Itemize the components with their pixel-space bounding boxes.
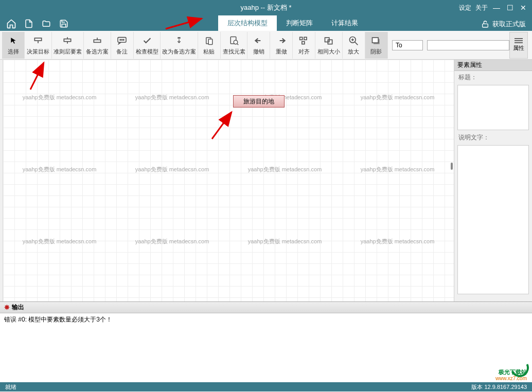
shadow-tool[interactable]: 阴影 — [365, 32, 388, 59]
search-icon — [229, 34, 239, 47]
tab-judgment[interactable]: 判断矩阵 — [277, 15, 322, 31]
check-model-tool[interactable]: 检查模型 — [134, 32, 161, 59]
statusbar: 就绪 版本 12.9.8167.29143 — [0, 382, 532, 391]
undo-icon — [254, 34, 264, 47]
svg-point-10 — [121, 40, 122, 41]
goal-node[interactable]: 旅游目的地 — [233, 95, 285, 108]
watermark: yaahp免费版 metadecsn.com — [135, 238, 209, 245]
down-arrow-icon — [175, 34, 183, 47]
watermark: yaahp免费版 metadecsn.com — [23, 238, 97, 245]
status-text: 就绪 — [5, 383, 16, 391]
output-body[interactable]: 错误 #0: 模型中要素数量必须大于3个！ — [0, 313, 532, 382]
shadow-icon — [371, 34, 381, 47]
watermark: yaahp免费版 metadecsn.com — [23, 166, 97, 173]
find-element-tool[interactable]: 查找元素 — [221, 32, 248, 59]
svg-rect-0 — [483, 24, 488, 27]
site-watermark: 极光下载站 www.xz7.com — [495, 369, 527, 382]
error-line: 错误 #0: 模型中要素数量必须大于3个！ — [4, 315, 528, 324]
menubar: 层次结构模型 判断矩阵 计算结果 获取正式版 — [0, 15, 532, 31]
svg-rect-4 — [64, 39, 71, 42]
to-input[interactable] — [392, 40, 423, 50]
new-file-icon[interactable] — [22, 16, 36, 31]
settings-link[interactable]: 设定 — [459, 4, 471, 12]
svg-point-9 — [120, 40, 121, 41]
error-icon: ✸ — [4, 304, 10, 311]
canvas[interactable]: yaahp免费版 metadecsn.com yaahp免费版 metadecs… — [3, 60, 454, 301]
maximize-button[interactable]: ☐ — [505, 3, 515, 12]
check-icon — [142, 34, 152, 47]
save-icon[interactable] — [57, 16, 71, 31]
zoom-icon — [348, 34, 359, 47]
tab-hierarchy[interactable]: 层次结构模型 — [218, 15, 277, 31]
minimize-button[interactable]: — — [492, 3, 501, 12]
align-tool[interactable]: 对齐 — [293, 32, 315, 59]
svg-rect-7 — [94, 40, 100, 42]
properties-button[interactable]: 属性 — [509, 32, 528, 59]
watermark: yaahp免费版 metadecsn.com — [135, 94, 209, 101]
properties-icon — [515, 38, 523, 43]
tab-results[interactable]: 计算结果 — [322, 15, 367, 31]
version-text: 版本 12.9.8167.29143 — [471, 383, 527, 391]
watermark: yaahp免费版 metadecsn.com — [23, 94, 97, 101]
desc-textarea[interactable] — [457, 145, 529, 294]
watermark: yaahp免费版 metadecsn.com — [135, 166, 209, 173]
redo-icon — [276, 34, 287, 47]
text-input[interactable] — [427, 40, 509, 50]
criteria-tool[interactable]: 准则层要素 — [52, 32, 84, 59]
toolbar: 选择 决策目标 准则层要素 备选方案 备注 检查模型 改为备选方案 粘贴 查找元… — [0, 31, 532, 60]
title-label: 标题： — [454, 71, 532, 84]
paste-icon — [204, 34, 214, 47]
svg-point-11 — [123, 40, 125, 41]
undo-tool[interactable]: 撤销 — [247, 32, 270, 59]
output-section: ✸ 输出 错误 #0: 模型中要素数量必须大于3个！ — [0, 301, 532, 382]
window-title: yaahp -- 新文档 * — [241, 3, 292, 12]
svg-rect-19 — [304, 37, 307, 40]
note-icon — [117, 34, 127, 47]
svg-rect-18 — [300, 37, 303, 40]
zoom-tool[interactable]: 放大 — [343, 32, 365, 59]
svg-rect-14 — [209, 39, 213, 45]
svg-rect-28 — [373, 38, 379, 43]
to-alternative-tool[interactable]: 改为备选方案 — [161, 32, 198, 59]
svg-rect-20 — [302, 42, 305, 44]
alternative-tool[interactable]: 备选方案 — [84, 32, 111, 59]
home-icon[interactable] — [4, 16, 19, 31]
watermark: yaahp免费版 metadecsn.com — [361, 94, 435, 101]
get-full-version[interactable]: 获取正式版 — [481, 20, 526, 29]
canvas-wrap: yaahp免费版 metadecsn.com yaahp免费版 metadecs… — [3, 60, 454, 301]
svg-line-17 — [237, 44, 238, 45]
cursor-icon — [10, 34, 17, 47]
paste-tool[interactable]: 粘贴 — [198, 32, 221, 59]
redo-tool[interactable]: 重做 — [270, 32, 293, 59]
watermark: yaahp免费版 metadecsn.com — [361, 166, 435, 173]
svg-rect-12 — [178, 37, 180, 39]
samesize-icon — [324, 34, 334, 47]
open-folder-icon[interactable] — [39, 16, 54, 31]
alternative-icon — [92, 34, 102, 47]
desc-label: 说明文字： — [454, 131, 532, 144]
select-tool[interactable]: 选择 — [2, 32, 25, 59]
titlebar: yaahp -- 新文档 * 设定 关于 — ☐ ✕ — [0, 0, 532, 15]
svg-point-16 — [234, 40, 238, 44]
goal-tool[interactable]: 决策目标 — [25, 32, 52, 59]
title-textarea[interactable] — [457, 85, 529, 130]
unlock-icon — [481, 20, 489, 28]
scrollbar-handle[interactable] — [451, 163, 453, 170]
svg-rect-1 — [34, 38, 41, 41]
about-link[interactable]: 关于 — [475, 4, 488, 12]
properties-header: 要素属性 — [454, 60, 532, 71]
properties-panel: 要素属性 标题： 说明文字： — [454, 60, 532, 301]
same-size-tool[interactable]: 相同大小 — [315, 32, 343, 59]
output-header: ✸ 输出 — [0, 302, 532, 313]
criteria-icon — [62, 34, 73, 47]
goal-icon — [33, 34, 43, 47]
close-button[interactable]: ✕ — [519, 3, 528, 12]
watermark: yaahp免费版 metadecsn.com — [248, 238, 322, 245]
align-icon — [299, 34, 309, 47]
watermark: yaahp免费版 metadecsn.com — [248, 166, 322, 173]
watermark: yaahp免费版 metadecsn.com — [361, 238, 435, 245]
svg-line-24 — [355, 42, 358, 45]
main-area: yaahp免费版 metadecsn.com yaahp免费版 metadecs… — [0, 60, 532, 301]
note-tool[interactable]: 备注 — [111, 32, 134, 59]
